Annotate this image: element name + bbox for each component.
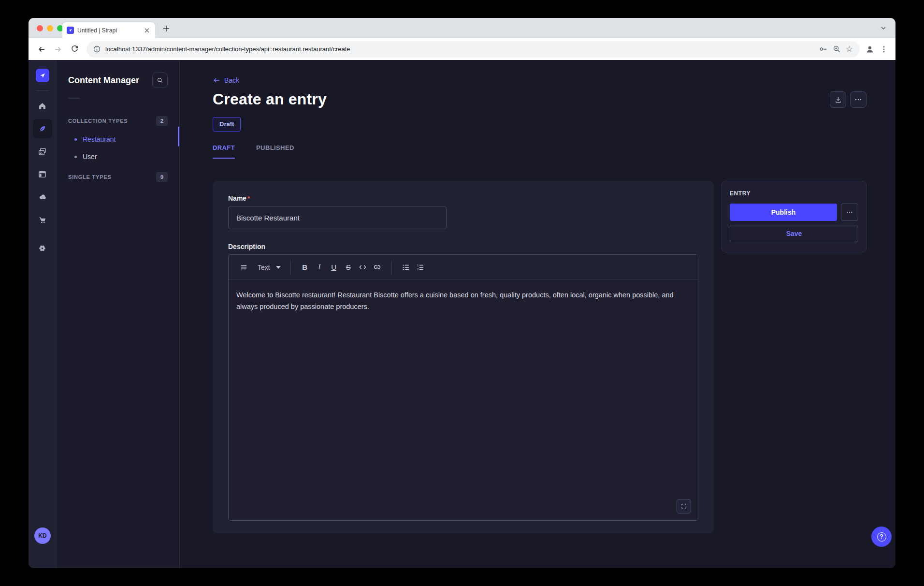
nav-deploy-icon[interactable]: [33, 187, 52, 206]
save-button[interactable]: Save: [730, 225, 858, 242]
nav-settings-icon[interactable]: [33, 238, 52, 258]
active-item-indicator: [178, 127, 179, 146]
more-icon: [854, 96, 862, 103]
bullet-icon: [74, 156, 77, 158]
editor-content[interactable]: Welcome to Biscotte restaurant! Restaura…: [229, 280, 698, 520]
sidebar-item-user[interactable]: User: [68, 148, 168, 165]
page-title: Create an entry: [213, 90, 327, 108]
editor-toolbar: Text B I U S: [229, 255, 698, 280]
sidebar-item-label: Restaurant: [83, 135, 116, 143]
close-window-button[interactable]: [37, 25, 43, 31]
rail-divider: [36, 90, 49, 91]
back-link[interactable]: Back: [213, 76, 239, 84]
download-icon: [834, 96, 842, 104]
strapi-app: KD Content Manager COLLECTION TYPES 2: [29, 60, 895, 568]
nav-media-library-icon[interactable]: [33, 142, 52, 161]
tab-published[interactable]: PUBLISHED: [256, 144, 294, 159]
strapi-logo-icon[interactable]: [36, 69, 49, 82]
sidebar-item-label: User: [83, 153, 97, 161]
reload-icon[interactable]: [67, 42, 82, 57]
single-types-label: SINGLE TYPES: [68, 174, 112, 180]
nav-home-icon[interactable]: [33, 96, 52, 116]
user-avatar[interactable]: KD: [34, 527, 51, 544]
required-asterisk: *: [247, 195, 250, 202]
sidebar-item-restaurant[interactable]: Restaurant: [68, 131, 168, 148]
caret-down-icon: [276, 266, 281, 269]
window-controls: [37, 25, 63, 31]
name-input[interactable]: [228, 206, 447, 229]
strikethrough-button[interactable]: S: [341, 260, 356, 275]
code-icon[interactable]: [356, 260, 370, 275]
text-style-dropdown[interactable]: Text: [255, 260, 284, 275]
nav-content-manager-icon[interactable]: [33, 119, 52, 138]
subnav-divider: [68, 98, 80, 99]
back-label: Back: [224, 76, 239, 84]
key-icon[interactable]: [819, 44, 828, 54]
menu-icon[interactable]: [880, 45, 888, 53]
description-field-label: Description: [228, 243, 698, 250]
entry-panel: ENTRY Publish Save: [722, 181, 866, 252]
help-icon: ?: [877, 532, 886, 542]
profile-icon[interactable]: [865, 44, 875, 55]
help-button[interactable]: ?: [871, 527, 892, 547]
download-button[interactable]: [830, 91, 846, 108]
browser-window: Untitled | Strapi localhost:1337/admin/c…: [29, 18, 895, 568]
tab-search-chevron-icon[interactable]: [879, 24, 888, 32]
search-icon: [157, 77, 163, 84]
collection-types-label: COLLECTION TYPES: [68, 118, 128, 124]
italic-button[interactable]: I: [312, 260, 327, 275]
main-content: Back Create an entry: [180, 60, 895, 568]
tab-draft[interactable]: DRAFT: [213, 144, 235, 159]
bulleted-list-icon[interactable]: [399, 260, 413, 275]
more-icon: [846, 209, 853, 216]
numbered-list-icon[interactable]: 12: [413, 260, 428, 275]
url-text: localhost:1337/admin/content-manager/col…: [105, 45, 814, 53]
publish-button[interactable]: Publish: [730, 204, 837, 221]
browser-tab-strip: Untitled | Strapi: [29, 18, 895, 38]
nav-content-type-builder-icon[interactable]: [33, 164, 52, 184]
justify-icon[interactable]: [236, 260, 251, 275]
bullet-icon: [74, 138, 77, 141]
subnav-title: Content Manager: [68, 75, 139, 86]
toolbar-separator: [391, 261, 392, 274]
rich-text-editor: Text B I U S: [228, 254, 698, 521]
back-nav-icon[interactable]: [34, 42, 49, 57]
tab-title: Untitled | Strapi: [77, 27, 140, 34]
entry-form-card: Name* Description Text: [213, 181, 714, 533]
link-icon[interactable]: [370, 260, 385, 275]
back-arrow-icon: [213, 76, 220, 84]
nav-marketplace-icon[interactable]: [33, 210, 52, 229]
collection-types-count-badge: 2: [156, 116, 168, 126]
underline-button[interactable]: U: [327, 260, 341, 275]
expand-editor-button[interactable]: [677, 499, 691, 513]
strapi-favicon-icon: [67, 27, 74, 34]
url-bar[interactable]: localhost:1337/admin/content-manager/col…: [87, 41, 860, 58]
svg-text:1: 1: [417, 264, 419, 266]
status-badge: Draft: [213, 117, 241, 132]
version-tabs: DRAFT PUBLISHED: [213, 144, 866, 159]
close-tab-icon[interactable]: [143, 27, 151, 34]
search-button[interactable]: [152, 73, 168, 88]
content-manager-subnav: Content Manager COLLECTION TYPES 2 Resta…: [57, 60, 180, 568]
new-tab-button[interactable]: [162, 24, 170, 32]
browser-toolbar: localhost:1337/admin/content-manager/col…: [29, 38, 895, 60]
forward-nav-icon[interactable]: [51, 42, 65, 57]
entry-more-button[interactable]: [841, 204, 858, 221]
single-types-count-badge: 0: [156, 172, 168, 182]
name-field-label: Name*: [228, 194, 698, 202]
main-nav-rail: KD: [29, 60, 57, 568]
zoom-in-icon[interactable]: [833, 45, 841, 53]
entry-panel-title: ENTRY: [730, 190, 858, 197]
minimize-window-button[interactable]: [47, 25, 53, 31]
toolbar-separator: [290, 261, 291, 274]
svg-text:2: 2: [417, 267, 419, 270]
bookmark-star-icon[interactable]: ☆: [846, 45, 853, 53]
description-text: Welcome to Biscotte restaurant! Restaura…: [236, 289, 690, 312]
info-icon[interactable]: [93, 45, 101, 53]
more-options-button[interactable]: [850, 91, 866, 108]
bold-button[interactable]: B: [298, 260, 312, 275]
expand-icon: [680, 503, 687, 510]
browser-tab[interactable]: Untitled | Strapi: [62, 22, 155, 38]
